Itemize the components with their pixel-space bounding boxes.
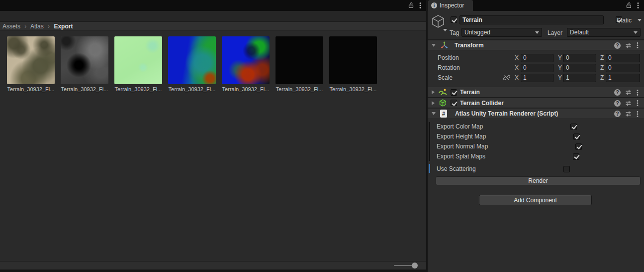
black-texture-thumbnail[interactable] [329,36,377,84]
tag-label: Tag [450,29,459,36]
terrain-component-header[interactable]: Terrain [428,87,644,98]
static-dropdown-caret[interactable] [638,19,642,21]
rotation-y-field[interactable]: 0 [563,64,596,72]
rotation-z-field[interactable]: 0 [606,64,640,72]
layer-label: Layer [548,29,562,36]
export-color-map-row: Export Color Map [428,122,644,132]
kebab-menu-icon[interactable] [637,2,639,10]
transform-icon [441,41,448,49]
gameobject-name-field[interactable] [460,15,604,24]
breadcrumb-item-export[interactable]: Export [54,23,73,30]
atlas-renderer-component-header[interactable]: Atlas Unity Terrain Renderer (Script) [428,108,644,119]
tag-dropdown[interactable]: Untagged [461,28,542,37]
terrain-height-map-thumbnail[interactable] [61,36,108,84]
presets-icon[interactable] [625,89,632,97]
export-color-map-label: Export Color Map [437,123,483,130]
export-normal-map-checkbox[interactable] [575,143,582,150]
export-normal-map-row: Export Normal Map [428,141,644,151]
terrain-collider-component-header[interactable]: Terrain Collider [428,98,644,108]
use-scattering-label: Use Scattering [437,165,476,172]
axis-x-label: X [515,54,521,61]
transform-component-header[interactable]: Transform [428,40,644,50]
rotation-x-field[interactable]: 0 [521,64,553,72]
gameobject-icon-dropdown-caret[interactable] [443,29,447,31]
lock-icon[interactable] [408,2,414,10]
tag-value: Untagged [464,29,490,36]
kebab-menu-icon[interactable] [637,89,639,98]
layer-value: Default [570,29,589,36]
gameobject-active-checkbox[interactable] [451,16,457,23]
tab-inspector[interactable]: Inspector [428,0,473,11]
lock-icon[interactable] [626,2,632,10]
terrain-normal-map-thumbnail[interactable] [114,36,162,84]
export-splat-maps-label: Export Splat Maps [437,153,485,160]
position-label: Position [438,54,459,61]
terrain-collider-component-title: Terrain Collider [460,100,504,107]
export-height-map-row: Export Height Map [428,132,644,141]
terrain-enabled-checkbox[interactable] [451,89,457,96]
project-toolbar: 20 [0,11,426,22]
gameobject-cube-icon[interactable] [431,14,446,30]
kebab-menu-icon[interactable] [637,42,639,50]
presets-icon[interactable] [625,100,632,108]
presets-icon[interactable] [625,111,632,119]
presets-icon[interactable] [625,42,632,50]
asset-item[interactable]: Terrain_30932_Fi... [7,36,55,92]
asset-item[interactable]: Terrain_30932_Fi... [114,36,162,92]
asset-item[interactable]: Terrain_30932_Fi... [61,36,108,92]
asset-item[interactable]: Terrain_30932_Fi... [276,36,323,92]
asset-grid: Terrain_30932_Fi... Terrain_30932_Fi... … [0,31,426,261]
export-height-map-checkbox[interactable] [573,134,580,140]
scale-label: Scale [438,74,453,81]
foldout-open-icon[interactable] [432,44,436,47]
export-color-map-checkbox[interactable] [570,124,577,130]
foldout-open-icon[interactable] [432,112,436,115]
atlas-renderer-component-title: Atlas Unity Terrain Renderer (Script) [455,110,558,117]
scale-x-field[interactable]: 1 [521,74,553,82]
position-z-field[interactable]: 0 [606,54,640,62]
export-splat-maps-checkbox[interactable] [573,153,579,160]
use-scattering-row: Use Scattering [428,164,644,174]
asset-item[interactable]: Terrain_30932_Fi... [329,36,377,92]
export-splat-maps-row: Export Splat Maps [428,151,644,161]
position-x-field[interactable]: 0 [521,54,553,62]
breadcrumb-separator: › [48,23,50,30]
use-scattering-checkbox[interactable] [563,166,570,172]
thumbnail-zoom-slider-handle[interactable] [412,263,418,269]
scale-z-field[interactable]: 1 [606,74,640,82]
layer-dropdown[interactable]: Default [567,28,641,37]
chevron-down-icon [535,31,539,34]
breadcrumb-item-assets[interactable]: Assets [2,23,20,30]
terrain-collider-enabled-checkbox[interactable] [451,100,457,106]
scale-y-field[interactable]: 1 [563,74,596,82]
help-icon[interactable] [614,111,621,117]
asset-item[interactable]: Terrain_30932_Fi... [168,36,216,92]
breadcrumb: Assets › Atlas › Export [0,22,426,31]
export-height-map-label: Export Height Map [437,133,486,140]
terrain-splat-map-thumbnail[interactable] [222,36,270,84]
terrain-splat-map-thumbnail[interactable] [168,36,216,84]
terrain-component-title: Terrain [460,89,480,96]
terrain-color-map-thumbnail[interactable] [7,36,55,84]
black-texture-thumbnail[interactable] [276,36,323,84]
render-button[interactable]: Render [436,176,641,185]
help-icon[interactable] [614,100,621,107]
project-tab-bar [0,0,426,11]
position-y-field[interactable]: 0 [563,54,596,62]
static-label: Static [617,17,632,24]
foldout-closed-icon[interactable] [432,90,435,94]
asset-label: Terrain_30932_Fi... [7,86,55,92]
kebab-menu-icon[interactable] [637,100,639,108]
foldout-closed-icon[interactable] [432,101,435,105]
kebab-menu-icon[interactable] [419,2,421,10]
unlinked-scale-icon[interactable] [503,74,510,83]
help-icon[interactable] [614,42,621,49]
help-icon[interactable] [614,89,621,96]
asset-label: Terrain_30932_Fi... [61,86,108,92]
chevron-down-icon [634,31,638,34]
kebab-menu-icon[interactable] [637,111,639,119]
asset-item[interactable]: Terrain_30932_Fi... [222,36,270,92]
breadcrumb-item-atlas[interactable]: Atlas [30,23,44,30]
add-component-button[interactable]: Add Component [479,195,592,205]
project-bottom-edge [0,270,426,272]
